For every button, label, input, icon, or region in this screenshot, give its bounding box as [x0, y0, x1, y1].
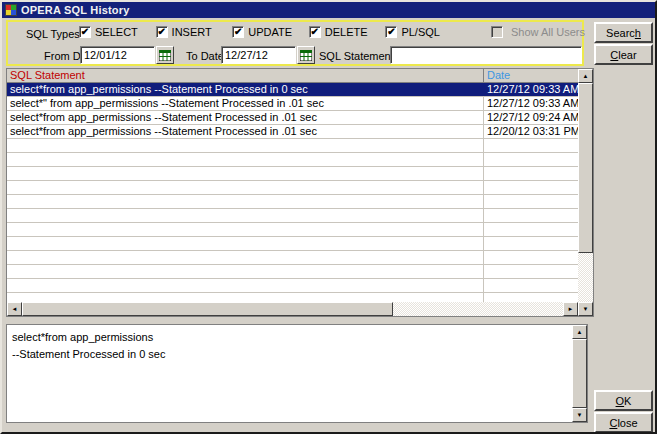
- checkbox-update[interactable]: ✔UPDATE: [232, 26, 309, 38]
- close-button[interactable]: Close: [594, 412, 653, 433]
- table-row-empty[interactable]: [7, 237, 578, 251]
- checkbox-box[interactable]: ✔: [79, 26, 91, 38]
- checkbox-box[interactable]: ✔: [156, 26, 168, 38]
- table-row-empty[interactable]: [7, 139, 578, 153]
- button-label-part: lose: [617, 417, 637, 429]
- checkbox-box[interactable]: ✔: [309, 26, 321, 38]
- table-row[interactable]: select*from app_permissions --Statement …: [7, 111, 578, 125]
- to-date-calendar-button[interactable]: [297, 46, 315, 64]
- checkbox-label: Show All Users: [511, 26, 585, 38]
- button-label-part: O: [616, 395, 625, 407]
- calendar-icon: [159, 50, 171, 61]
- title-bar[interactable]: OPERA SQL History: [2, 2, 655, 18]
- sql-statement-input[interactable]: [390, 46, 582, 64]
- cell-date: [483, 139, 578, 152]
- cell-sql-statement: [7, 223, 483, 236]
- cell-sql-statement: [7, 139, 483, 152]
- scroll-down-button[interactable]: ▼: [572, 408, 587, 422]
- cell-date: [483, 237, 578, 250]
- cell-date: 12/27/12 09:33 AM: [483, 97, 578, 110]
- table-row-empty[interactable]: [7, 195, 578, 209]
- sql-types-label: SQL Types: [26, 28, 80, 40]
- ok-button[interactable]: OK: [594, 390, 653, 411]
- cell-sql-statement: select*from app_permissions --Statement …: [7, 111, 483, 124]
- from-date-input[interactable]: [80, 46, 155, 64]
- checkbox-label: UPDATE: [248, 26, 292, 38]
- cell-date: 12/20/12 03:31 PM: [483, 125, 578, 138]
- calendar-icon: [300, 50, 312, 61]
- cell-sql-statement: select*from app_permissions --Statement …: [7, 125, 483, 138]
- app-icon: [5, 4, 17, 16]
- column-header-date[interactable]: Date: [483, 69, 578, 82]
- table-row[interactable]: select*" from app_permissions --Statemen…: [7, 97, 578, 111]
- table-row-empty[interactable]: [7, 153, 578, 167]
- cell-date: [483, 223, 578, 236]
- cell-sql-statement: [7, 181, 483, 194]
- cell-date: [483, 293, 578, 302]
- checkbox-box[interactable]: ✔: [232, 26, 244, 38]
- scroll-left-button[interactable]: ◄: [7, 302, 22, 316]
- table-row-empty[interactable]: [7, 279, 578, 293]
- table-row-empty[interactable]: [7, 167, 578, 181]
- table-body: select*from app_permissions --Statement …: [7, 83, 578, 302]
- cell-date: [483, 181, 578, 194]
- cell-date: [483, 195, 578, 208]
- scrollbar-thumb[interactable]: [578, 83, 593, 253]
- filter-panel: SQL Types ✔SELECT✔INSERT✔UPDATE✔DELETE✔P…: [6, 20, 584, 66]
- down-arrow-icon: ▼: [577, 412, 583, 418]
- detail-text[interactable]: select*from app_permissions--Statement P…: [7, 325, 572, 422]
- sql-history-table: SQL Statement Date select*from app_permi…: [6, 68, 594, 317]
- checkbox-delete[interactable]: ✔DELETE: [309, 26, 386, 38]
- scroll-up-button[interactable]: ▲: [572, 325, 587, 339]
- cell-sql-statement: [7, 209, 483, 222]
- checkbox-label: SELECT: [95, 26, 138, 38]
- cell-sql-statement: [7, 167, 483, 180]
- button-label-part: h: [635, 27, 641, 39]
- opera-sql-history-window: OPERA SQL History SQL Types ✔SELECT✔INSE…: [0, 0, 657, 434]
- down-arrow-icon: ▼: [583, 306, 589, 312]
- cell-date: [483, 279, 578, 292]
- scroll-up-button[interactable]: ▲: [578, 69, 593, 83]
- checkbox-select[interactable]: ✔SELECT: [79, 26, 156, 38]
- window-title: OPERA SQL History: [21, 4, 130, 16]
- checkbox-pl-sql[interactable]: ✔PL/SQL: [385, 26, 462, 38]
- checkbox-label: PL/SQL: [401, 26, 440, 38]
- column-header-sql-statement[interactable]: SQL Statement: [7, 69, 483, 82]
- sql-type-checkboxes: ✔SELECT✔INSERT✔UPDATE✔DELETE✔PL/SQL: [79, 26, 462, 38]
- scroll-down-button[interactable]: ▼: [578, 302, 593, 316]
- table-row[interactable]: select*from app_permissions --Statement …: [7, 83, 578, 97]
- cell-date: 12/27/12 09:33 AM: [483, 83, 578, 96]
- button-label-part: K: [624, 395, 631, 407]
- checkbox-insert[interactable]: ✔INSERT: [156, 26, 233, 38]
- from-date-calendar-button[interactable]: [156, 46, 174, 64]
- up-arrow-icon: ▲: [577, 329, 583, 335]
- table-vertical-scrollbar[interactable]: ▲ ▼: [578, 69, 593, 316]
- cell-sql-statement: [7, 293, 483, 302]
- scrollbar-thumb[interactable]: [572, 339, 587, 408]
- checkbox-box[interactable]: ✔: [385, 26, 397, 38]
- button-label-part: lear: [618, 49, 636, 61]
- cell-sql-statement: [7, 265, 483, 278]
- scrollbar-thumb[interactable]: [22, 302, 393, 316]
- search-button[interactable]: Search: [594, 22, 653, 43]
- button-label-part: Searc: [606, 27, 635, 39]
- to-date-input[interactable]: [221, 46, 296, 64]
- detail-line: --Statement Processed in 0 sec: [12, 346, 567, 363]
- detail-vertical-scrollbar[interactable]: ▲ ▼: [572, 325, 587, 422]
- table-row[interactable]: select*from app_permissions --Statement …: [7, 125, 578, 139]
- cell-date: [483, 209, 578, 222]
- table-row-empty[interactable]: [7, 223, 578, 237]
- table-row-empty[interactable]: [7, 251, 578, 265]
- cell-sql-statement: select*from app_permissions --Statement …: [7, 83, 483, 96]
- table-row-empty[interactable]: [7, 265, 578, 279]
- table-row-empty[interactable]: [7, 209, 578, 223]
- detail-line: select*from app_permissions: [12, 329, 567, 346]
- cell-sql-statement: [7, 195, 483, 208]
- cell-sql-statement: [7, 153, 483, 166]
- table-row-empty[interactable]: [7, 293, 578, 302]
- table-row-empty[interactable]: [7, 181, 578, 195]
- clear-button[interactable]: Clear: [594, 44, 653, 65]
- sql-detail-pane: select*from app_permissions--Statement P…: [6, 324, 588, 423]
- scroll-right-button[interactable]: ►: [563, 302, 578, 316]
- table-horizontal-scrollbar[interactable]: ◄ ►: [7, 302, 578, 316]
